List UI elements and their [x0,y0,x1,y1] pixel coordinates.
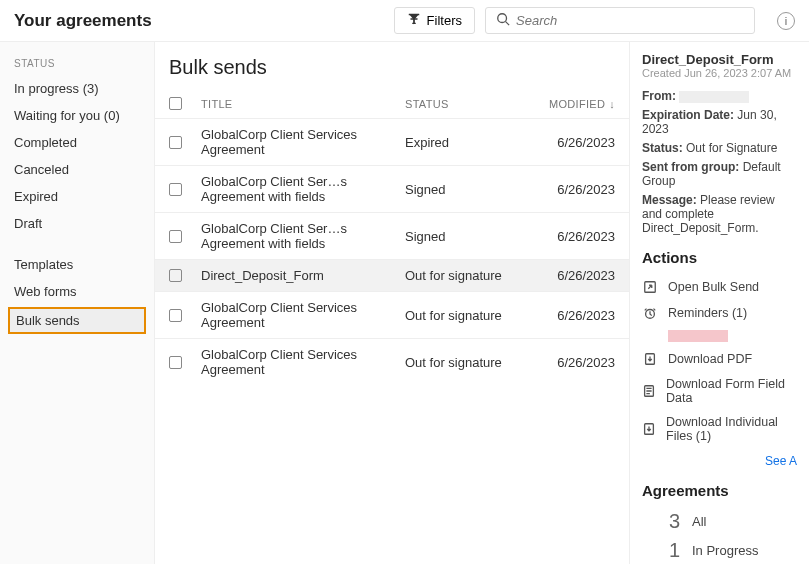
details-panel: Direct_Deposit_Form Created Jun 26, 2023… [629,42,809,564]
row-status: Expired [405,135,535,150]
sidebar: STATUS In progress (3) Waiting for you (… [0,42,155,564]
open-icon [642,279,658,295]
sidebar-item-canceled[interactable]: Canceled [0,156,154,183]
filters-label: Filters [427,13,462,28]
agreements-header: Agreements [642,482,797,499]
row-status: Out for signature [405,355,535,370]
status-label: Status: [642,141,683,155]
table-row[interactable]: GlobalCorp Client Services AgreementExpi… [155,118,629,165]
row-checkbox[interactable] [169,356,182,369]
from-value-redacted [679,91,749,103]
sidebar-item-bulk-sends[interactable]: Bulk sends [8,307,146,334]
row-modified: 6/26/2023 [535,229,615,244]
see-all-link[interactable]: See A [642,454,797,468]
table-row[interactable]: GlobalCorp Client Ser…s Agreement with f… [155,165,629,212]
row-title: GlobalCorp Client Ser…s Agreement with f… [201,221,405,251]
row-modified: 6/26/2023 [535,355,615,370]
row-title: Direct_Deposit_Form [201,268,405,283]
action-download-form-data[interactable]: Download Form Field Data [642,372,797,410]
download-data-icon [642,383,656,399]
action-reminders[interactable]: Reminders (1) [642,300,797,326]
sidebar-item-completed[interactable]: Completed [0,129,154,156]
table-row[interactable]: GlobalCorp Client Ser…s Agreement with f… [155,212,629,259]
table-row[interactable]: GlobalCorp Client Services AgreementOut … [155,291,629,338]
detail-created: Created Jun 26, 2023 2:07 AM [642,67,797,79]
action-download-individual[interactable]: Download Individual Files (1) [642,410,797,448]
row-status: Signed [405,182,535,197]
exp-label: Expiration Date: [642,108,734,122]
row-modified: 6/26/2023 [535,182,615,197]
info-icon[interactable]: i [777,12,795,30]
msg-label: Message: [642,193,697,207]
action-download-pdf[interactable]: Download PDF [642,346,797,372]
from-label: From: [642,89,676,103]
row-title: GlobalCorp Client Services Agreement [201,127,405,157]
sidebar-item-web-forms[interactable]: Web forms [0,278,154,305]
filters-button[interactable]: Filters [394,7,475,34]
row-checkbox[interactable] [169,136,182,149]
group-label: Sent from group: [642,160,739,174]
row-modified: 6/26/2023 [535,135,615,150]
row-checkbox[interactable] [169,183,182,196]
sidebar-item-draft[interactable]: Draft [0,210,154,237]
row-title: GlobalCorp Client Services Agreement [201,300,405,330]
redacted-action [668,330,728,342]
action-open-bulk-send[interactable]: Open Bulk Send [642,274,797,300]
row-status: Out for signature [405,308,535,323]
row-title: GlobalCorp Client Ser…s Agreement with f… [201,174,405,204]
svg-point-0 [498,14,507,23]
row-checkbox[interactable] [169,269,182,282]
row-status: Out for signature [405,268,535,283]
row-checkbox[interactable] [169,230,182,243]
row-modified: 6/26/2023 [535,308,615,323]
main-heading: Bulk sends [155,52,629,89]
main-content: Bulk sends TITLE STATUS MODIFIED↓ Global… [155,42,629,564]
download-pdf-icon [642,351,658,367]
top-bar: Your agreements Filters i [0,0,809,42]
sidebar-status-header: STATUS [0,52,154,75]
search-wrap[interactable] [485,7,755,34]
sidebar-item-waiting[interactable]: Waiting for you (0) [0,102,154,129]
col-status[interactable]: STATUS [405,98,535,110]
table-row[interactable]: Direct_Deposit_FormOut for signature6/26… [155,259,629,291]
sidebar-item-in-progress[interactable]: In progress (3) [0,75,154,102]
status-value: Out for Signature [686,141,777,155]
ag-in-progress[interactable]: 1In Progress [642,536,797,564]
select-all-checkbox[interactable] [169,97,182,110]
detail-title: Direct_Deposit_Form [642,52,797,67]
table-header: TITLE STATUS MODIFIED↓ [155,89,629,118]
sidebar-item-expired[interactable]: Expired [0,183,154,210]
table-row[interactable]: GlobalCorp Client Services AgreementOut … [155,338,629,385]
download-files-icon [642,421,656,437]
row-checkbox[interactable] [169,309,182,322]
ag-all[interactable]: 3All [642,507,797,536]
col-modified[interactable]: MODIFIED↓ [535,98,615,110]
page-title: Your agreements [14,11,152,31]
sidebar-item-templates[interactable]: Templates [0,251,154,278]
sort-down-icon: ↓ [609,98,615,110]
filter-icon [407,12,421,29]
row-modified: 6/26/2023 [535,268,615,283]
search-icon [496,12,510,29]
row-status: Signed [405,229,535,244]
actions-header: Actions [642,249,797,266]
col-title[interactable]: TITLE [201,98,405,110]
search-input[interactable] [516,13,744,28]
clock-icon [642,305,658,321]
row-title: GlobalCorp Client Services Agreement [201,347,405,377]
